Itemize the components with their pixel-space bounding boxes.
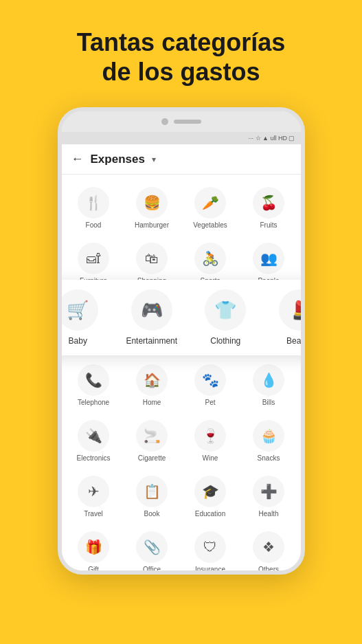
entertainment-icon: 🎮: [131, 289, 172, 331]
list-item[interactable]: 🍒 Fruits: [240, 180, 298, 236]
category-label: Wine: [203, 454, 218, 462]
categories-grid-top: 🍴 Food 🍔 Hamburger 🥕 Vegetables 🍒 Fruits…: [62, 175, 301, 291]
list-item[interactable]: 🧁 Snacks: [240, 413, 298, 469]
travel-icon: ✈: [78, 476, 109, 507]
list-item[interactable]: ❖ Others: [240, 524, 298, 575]
beauty-icon: 💄: [279, 289, 305, 331]
sports-icon: 🚴: [194, 243, 226, 274]
app-title: Expenses: [91, 153, 145, 166]
list-item[interactable]: 📋 Book: [123, 469, 181, 524]
list-item[interactable]: 💧 Bills: [240, 357, 298, 413]
baby-icon: 🛒: [58, 289, 99, 331]
categories-grid-bottom: 📞 Telephone 🏠 Home 🐾 Pet 💧 Bills 🔌 Elect…: [62, 352, 301, 575]
category-label: Book: [144, 510, 160, 518]
category-label: Fruits: [260, 221, 278, 229]
category-label: Health: [259, 510, 279, 518]
list-item[interactable]: 🔌 Electronics: [65, 413, 123, 469]
baby-item[interactable]: 🛒 Baby: [58, 289, 115, 346]
list-item[interactable]: 🎓 Education: [181, 469, 240, 524]
list-item[interactable]: 📞 Telephone: [65, 357, 123, 413]
list-item[interactable]: 🐾 Pet: [181, 357, 240, 413]
shopping-icon: 🛍: [136, 243, 168, 274]
phone-container: ··· ☆ ▲ ull HD ▢ ← Expenses ▾ 🍴 Food 🍔 H…: [0, 107, 362, 575]
category-label: Education: [195, 510, 225, 518]
list-item[interactable]: ➕ Health: [240, 469, 298, 524]
insurance-icon: 🛡: [194, 531, 226, 563]
headline-line1: Tantas categorías: [77, 28, 285, 56]
health-icon: ➕: [253, 476, 284, 507]
beauty-label: Beauty: [286, 336, 304, 346]
phone-camera: [161, 118, 168, 125]
cigarette-icon: 🚬: [136, 420, 168, 452]
category-label: Pet: [205, 399, 215, 406]
furniture-icon: 🛋: [78, 243, 109, 274]
clothing-item[interactable]: 👕 Clothing: [189, 289, 263, 346]
category-label: Telephone: [78, 399, 109, 406]
entertainment-item[interactable]: 🎮 Entertainment: [115, 289, 189, 346]
category-label: Cigarette: [138, 454, 166, 462]
fruits-icon: 🍒: [253, 187, 284, 219]
dropdown-arrow[interactable]: ▾: [152, 155, 156, 164]
list-item[interactable]: 🥕 Vegetables: [181, 180, 240, 236]
phone-speaker: [174, 120, 201, 124]
baby-label: Baby: [69, 336, 87, 346]
list-item[interactable]: 🛡 Insurance: [181, 524, 240, 575]
food-icon: 🍴: [78, 187, 109, 219]
category-label: Gift: [88, 566, 99, 573]
beauty-item[interactable]: 💄 Beauty: [262, 289, 305, 346]
phone: ··· ☆ ▲ ull HD ▢ ← Expenses ▾ 🍴 Food 🍔 H…: [58, 107, 305, 575]
phone-top: [62, 111, 301, 132]
education-icon: 🎓: [194, 476, 226, 507]
telephone-icon: 📞: [78, 364, 109, 396]
list-item[interactable]: 🍷 Wine: [181, 413, 240, 469]
office-icon: 📎: [136, 531, 168, 563]
clothing-label: Clothing: [210, 336, 240, 346]
category-label: Insurance: [195, 566, 225, 573]
category-label: Travel: [84, 510, 102, 518]
floating-row: 🛒 Baby 🎮 Entertainment 👕 Clothing 💄 Beau…: [58, 280, 305, 355]
entertainment-label: Entertainment: [126, 336, 177, 346]
list-item[interactable]: 🍔 Hamburger: [123, 180, 181, 236]
gift-icon: 🎁: [78, 531, 109, 563]
status-icons: ··· ☆ ▲ ull HD ▢: [249, 135, 295, 142]
bills-icon: 💧: [253, 364, 284, 396]
category-label: Office: [143, 566, 161, 573]
category-label: Hamburger: [135, 221, 169, 229]
category-label: Electronics: [77, 454, 111, 462]
home-icon: 🏠: [136, 364, 168, 396]
category-label: Others: [258, 566, 279, 573]
electronics-icon: 🔌: [78, 420, 109, 452]
people-icon: 👥: [253, 243, 284, 274]
list-item[interactable]: 📎 Office: [123, 524, 181, 575]
list-item[interactable]: 🏠 Home: [123, 357, 181, 413]
app-header: ← Expenses ▾: [62, 144, 301, 175]
pet-icon: 🐾: [194, 364, 226, 396]
wine-icon: 🍷: [194, 420, 226, 452]
category-label: Home: [143, 399, 161, 406]
snacks-icon: 🧁: [253, 420, 284, 452]
list-item[interactable]: 🍴 Food: [65, 180, 123, 236]
status-bar: ··· ☆ ▲ ull HD ▢: [62, 132, 301, 144]
clothing-icon: 👕: [205, 289, 246, 331]
others-icon: ❖: [253, 531, 284, 563]
list-item[interactable]: 🎁 Gift: [65, 524, 123, 575]
back-arrow[interactable]: ←: [71, 152, 84, 166]
book-icon: 📋: [136, 476, 168, 507]
category-label: Bills: [262, 399, 275, 406]
list-item[interactable]: 🚬 Cigarette: [123, 413, 181, 469]
vegetables-icon: 🥕: [194, 187, 226, 219]
list-item[interactable]: ✈ Travel: [65, 469, 123, 524]
hamburger-icon: 🍔: [136, 187, 168, 219]
category-label: Vegetables: [193, 221, 227, 229]
category-label: Snacks: [258, 454, 280, 462]
headline: Tantas categorías de los gastos: [0, 0, 362, 100]
category-label: Food: [86, 221, 102, 229]
headline-line2: de los gastos: [102, 58, 260, 86]
